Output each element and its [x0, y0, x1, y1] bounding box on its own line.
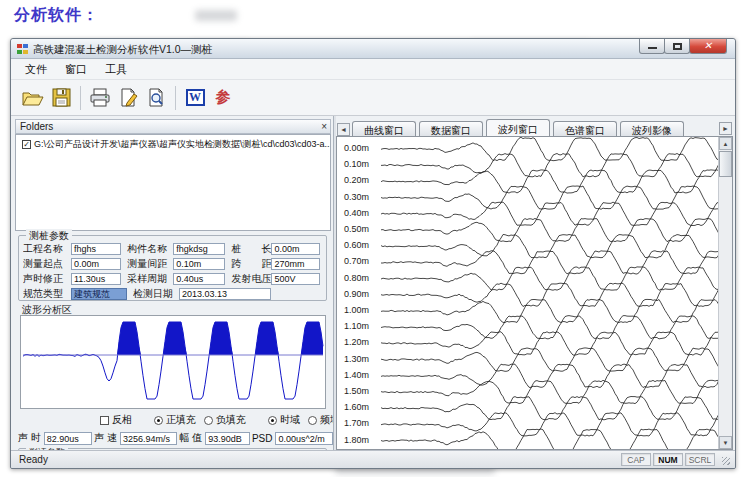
invert-group: 反相	[100, 413, 140, 427]
pile-params-groupbox: 测桩参数 工程名称fhghs构件名称fhgkdsg桩 长0.00m测量起点0.0…	[18, 235, 327, 301]
status-indicators: CAPNUMSCRL	[619, 453, 715, 466]
param-label: 跨 距	[231, 257, 271, 271]
checkbox-icon[interactable]: ✓	[22, 140, 31, 149]
param-value[interactable]: 270mm	[271, 258, 320, 270]
vertical-scrollbar[interactable]: ▲ ▼	[718, 137, 732, 449]
print-preview-icon	[147, 88, 166, 107]
menu-item-1[interactable]: 窗口	[56, 60, 96, 79]
right-panel: ◄曲线窗口数据窗口波列窗口色谱窗口波列影像► 0.00m0.10m0.20m0.…	[336, 116, 733, 450]
param-label: 测量起点	[23, 257, 71, 271]
radio-icon[interactable]	[204, 416, 213, 425]
close-button[interactable]: ✕	[689, 39, 727, 54]
param-row: 测量起点0.00m测量间距0.10m跨 距270mm	[19, 257, 326, 271]
param-value[interactable]: fhghs	[71, 243, 121, 255]
groupbox-title: 测桩参数	[26, 229, 72, 243]
depth-label: 0.80m	[344, 273, 378, 283]
param-label: 声时修正	[23, 272, 71, 286]
waveform-graph	[21, 316, 325, 408]
folder-item[interactable]: ✓ G:\公司产品设计开发\超声仪器\超声仪实地检测数据\测桩\cd\cd03\…	[16, 135, 330, 151]
scroll-up-icon[interactable]: ▲	[719, 137, 732, 150]
tab-0[interactable]: 曲线窗口	[352, 121, 416, 136]
param-value[interactable]: 500V	[271, 273, 320, 285]
readout-value[interactable]: 82.90us	[44, 432, 92, 445]
readout-value[interactable]: 3256.94m/s	[120, 432, 178, 445]
param-value[interactable]: fhgkdsg	[173, 243, 225, 255]
save-button[interactable]	[47, 84, 75, 112]
tab-scroll-right-icon[interactable]: ►	[719, 122, 732, 135]
folders-header: Folders ×	[15, 119, 331, 134]
fill-option-0[interactable]: 正填充	[154, 413, 196, 427]
param-value[interactable]: 建筑规范	[71, 288, 127, 300]
page-heading: 分析软件：	[14, 5, 99, 26]
invert-checkbox[interactable]: 反相	[100, 413, 132, 427]
radio-icon[interactable]	[308, 416, 317, 425]
open-button[interactable]	[19, 84, 47, 112]
domain-option-label: 时域	[280, 413, 300, 427]
radio-icon[interactable]	[268, 416, 277, 425]
tab-1[interactable]: 数据窗口	[419, 121, 483, 136]
window-controls: ✕	[640, 39, 727, 54]
scroll-down-icon[interactable]: ▼	[719, 436, 732, 449]
statusbar: Ready CAPNUMSCRL	[11, 450, 735, 468]
param-label: 规范类型	[23, 287, 71, 301]
folders-title: Folders	[20, 121, 53, 132]
print-button[interactable]	[86, 84, 114, 112]
tab-3[interactable]: 色谱窗口	[553, 121, 617, 136]
param-label: 发射电压	[231, 272, 271, 286]
tab-2[interactable]: 波列窗口	[486, 119, 550, 136]
resize-grip[interactable]	[719, 454, 731, 466]
param-value[interactable]: 0.40us	[173, 273, 225, 285]
param-label: 桩 长	[231, 242, 271, 256]
param-value[interactable]: 0.10m	[173, 258, 225, 270]
domain-option-0[interactable]: 时域	[268, 413, 300, 427]
depth-label: 0.30m	[344, 192, 378, 202]
param-value[interactable]: 0.00m	[271, 243, 320, 255]
param-row: 声时修正11.30us采样周期0.40us发射电压500V	[19, 272, 326, 286]
param-value[interactable]: 0.00m	[71, 258, 121, 270]
parameters-button[interactable]: 参	[209, 84, 237, 112]
depth-label: 1.60m	[344, 402, 378, 412]
depth-label: 1.70m	[344, 418, 378, 428]
readouts-row: 声 时82.90us声 速3256.94m/s幅 值93.90dBPSD0.00…	[16, 430, 333, 446]
readout-label: PSD	[252, 433, 273, 444]
checkbox-icon[interactable]	[100, 416, 109, 425]
page: 分析软件： 高铁建混凝土检测分析软件V1.0—测桩 ✕ 文件窗口工具	[0, 0, 745, 477]
readout-value[interactable]: 0.00us^2/m	[275, 432, 333, 445]
maximize-button[interactable]	[664, 39, 690, 54]
readout-label: 声 时	[18, 431, 41, 445]
depth-label: 1.80m	[344, 435, 378, 445]
tab-4[interactable]: 波列影像	[620, 121, 684, 136]
toolbar-separator	[80, 86, 81, 110]
export-button[interactable]	[114, 84, 142, 112]
param-value[interactable]: 2013.03.13	[179, 288, 271, 300]
word-icon: W	[186, 89, 205, 106]
menu-item-0[interactable]: 文件	[16, 60, 56, 79]
tab-scroll-left-icon[interactable]: ◄	[337, 123, 350, 136]
titlebar[interactable]: 高铁建混凝土检测分析软件V1.0—测桩 ✕	[11, 39, 735, 59]
tabstrip: ◄曲线窗口数据窗口波列窗口色谱窗口波列影像►	[336, 119, 733, 136]
menu-item-2[interactable]: 工具	[96, 60, 136, 79]
depth-label: 1.00m	[344, 305, 378, 315]
preview-button[interactable]	[142, 84, 170, 112]
fill-option-label: 正填充	[166, 413, 196, 427]
app-window: 高铁建混凝土检测分析软件V1.0—测桩 ✕ 文件窗口工具	[10, 38, 736, 469]
param-rows: 工程名称fhghs构件名称fhgkdsg桩 长0.00m测量起点0.00m测量间…	[19, 236, 326, 301]
fill-option-1[interactable]: 负填充	[204, 413, 246, 427]
fill_mode-group: 正填充负填充	[154, 413, 254, 427]
param-value[interactable]: 11.30us	[71, 273, 121, 285]
radio-icon[interactable]	[154, 416, 163, 425]
window-title: 高铁建混凝土检测分析软件V1.0—测桩	[33, 43, 212, 57]
wave-train-graph	[337, 137, 733, 450]
indicator-num: NUM	[653, 453, 683, 466]
scrollbar-thumb[interactable]	[719, 151, 732, 177]
save-icon	[52, 88, 71, 107]
param-label: 工程名称	[23, 242, 71, 256]
param-row: 规范类型建筑规范检测日期2013.03.13	[19, 287, 326, 301]
readout-value[interactable]: 93.90dB	[205, 432, 250, 445]
main-content: Folders × ✓ G:\公司产品设计开发\超声仪器\超声仪实地检测数据\测…	[11, 116, 735, 450]
param-row: 工程名称fhghs构件名称fhgkdsg桩 长0.00m	[19, 242, 326, 256]
word-export-button[interactable]: W	[181, 84, 209, 112]
folders-list: ✓ G:\公司产品设计开发\超声仪器\超声仪实地检测数据\测桩\cd\cd03\…	[15, 134, 331, 231]
minimize-button[interactable]	[639, 39, 665, 54]
folders-close-icon[interactable]: ×	[321, 120, 327, 133]
